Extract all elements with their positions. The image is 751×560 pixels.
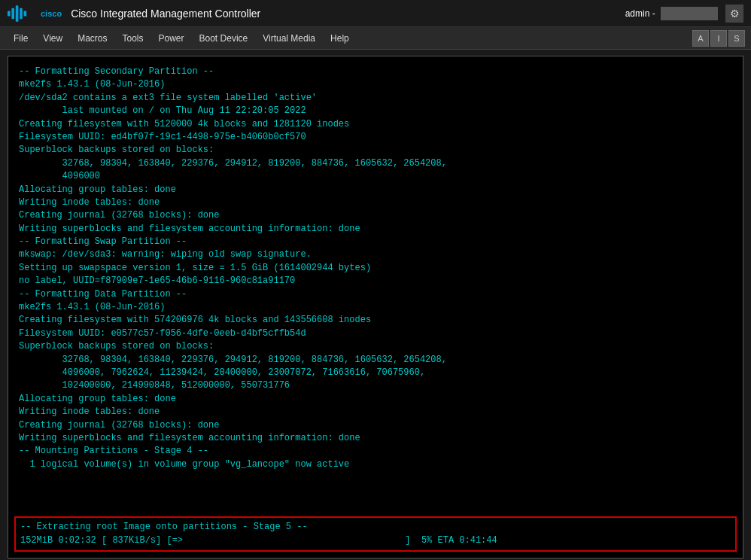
terminal-line: Filesystem UUID: e0577c57-f056-4dfe-0eeb… — [19, 327, 732, 340]
admin-label: admin - — [625, 8, 718, 19]
terminal[interactable]: -- Formatting Secondary Partition --mke2… — [8, 56, 743, 558]
highlight-box: -- Extracting root Image onto partitions… — [14, 516, 737, 552]
terminal-line: mkswap: /dev/sda3: warning: wiping old s… — [19, 248, 732, 261]
highlight-line: 152MiB 0:02:32 [ 837KiB/s] [=> ] 5% ETA … — [20, 534, 731, 547]
svg-rect-4 — [24, 11, 27, 16]
terminal-line: /dev/sda2 contains a ext3 file system la… — [19, 92, 732, 105]
terminal-line: Creating journal (32768 blocks): done — [19, 209, 732, 222]
terminal-line: Superblock backups stored on blocks: — [19, 144, 732, 157]
header: cisco Cisco Integrated Management Contro… — [0, 0, 751, 27]
terminal-line: Filesystem UUID: ed4bf07f-19c1-4498-975e… — [19, 131, 732, 144]
terminal-line: 4096000, 7962624, 11239424, 20400000, 23… — [19, 367, 732, 379]
menu-file[interactable]: File — [6, 30, 35, 47]
terminal-line: Allocating group tables: done — [19, 393, 732, 406]
terminal-line: mke2fs 1.43.1 (08-Jun-2016) — [19, 301, 732, 314]
terminal-line: -- Formatting Swap Partition -- — [19, 236, 732, 248]
terminal-wrapper: -- Formatting Secondary Partition --mke2… — [8, 56, 743, 558]
terminal-line: -- Mounting Partitions - Stage 4 -- — [19, 445, 732, 458]
terminal-line: 1 logical volume(s) in volume group "vg_… — [19, 458, 732, 471]
menu-power[interactable]: Power — [151, 30, 192, 47]
menu-view[interactable]: View — [35, 30, 70, 47]
terminal-line: Creating journal (32768 blocks): done — [19, 419, 732, 432]
terminal-line: Writing inode tables: done — [19, 406, 732, 418]
app-title: Cisco Integrated Management Controller — [71, 8, 625, 20]
terminal-line: Writing superblocks and filesystem accou… — [19, 223, 732, 236]
terminal-line: mke2fs 1.43.1 (08-Jun-2016) — [19, 78, 732, 91]
terminal-line: last mounted on / on Thu Aug 11 22:20:05… — [19, 105, 732, 117]
terminal-line: Creating filesystem with 5120000 4k bloc… — [19, 118, 732, 131]
menubar: File View Macros Tools Power Boot Device… — [0, 27, 751, 50]
btn-i[interactable]: I — [710, 30, 727, 47]
settings-button[interactable]: ⚙ — [725, 5, 743, 23]
cisco-logo-icon — [8, 5, 35, 22]
menu-boot-device[interactable]: Boot Device — [192, 30, 256, 47]
svg-rect-3 — [20, 8, 23, 18]
menubar-buttons: A I S — [692, 30, 745, 47]
svg-rect-2 — [16, 5, 19, 22]
menu-macros[interactable]: Macros — [70, 30, 114, 47]
terminal-line: -- Formatting Secondary Partition -- — [19, 65, 732, 78]
terminal-line: 4096000 — [19, 170, 732, 183]
terminal-line: Creating filesystem with 574206976 4k bl… — [19, 314, 732, 327]
menu-tools[interactable]: Tools — [114, 30, 151, 47]
terminal-line: Superblock backups stored on blocks: — [19, 340, 732, 353]
header-right: admin - ⚙ — [625, 5, 743, 23]
btn-s[interactable]: S — [728, 30, 745, 47]
terminal-line: 32768, 98304, 163840, 229376, 294912, 81… — [19, 354, 732, 367]
terminal-line: -- Formatting Data Partition -- — [19, 288, 732, 301]
terminal-line: 32768, 98304, 163840, 229376, 294912, 81… — [19, 157, 732, 170]
svg-rect-1 — [11, 8, 14, 18]
highlight-line: -- Extracting root Image onto partitions… — [20, 521, 731, 534]
svg-rect-0 — [8, 11, 11, 16]
btn-a[interactable]: A — [692, 30, 709, 47]
terminal-line: Setting up swapspace version 1, size = 1… — [19, 262, 732, 275]
cisco-text-logo: cisco — [41, 9, 62, 18]
terminal-line: Writing inode tables: done — [19, 196, 732, 209]
menu-virtual-media[interactable]: Virtual Media — [255, 30, 323, 47]
menu-help[interactable]: Help — [323, 30, 357, 47]
terminal-line: Allocating group tables: done — [19, 184, 732, 196]
terminal-line: 102400000, 214990848, 512000000, 5507317… — [19, 379, 732, 392]
terminal-line: no label, UUID=f87909e7-1e65-46b6-9116-9… — [19, 275, 732, 288]
terminal-line: Writing superblocks and filesystem accou… — [19, 432, 732, 445]
cisco-logo: cisco — [8, 5, 62, 22]
